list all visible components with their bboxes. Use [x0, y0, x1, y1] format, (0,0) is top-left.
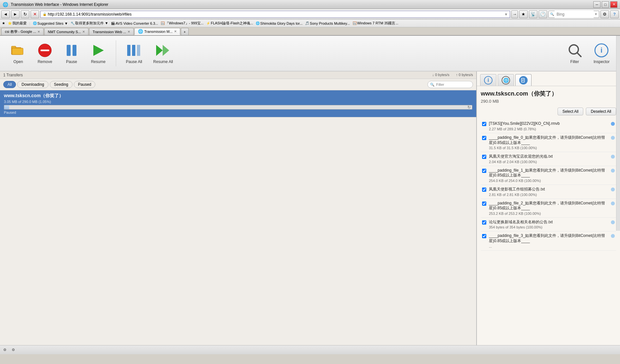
file-info-2: 凤凰天使官方淘宝店欢迎您的光临.txt 2.04 KB of 2.04 KB (…	[489, 154, 608, 164]
remove-label: Remove	[38, 59, 52, 64]
status-icons: ⚙	[3, 348, 7, 352]
up-speed: ↑ 0 bytes/s	[456, 73, 473, 77]
file-checkbox-1[interactable]	[482, 136, 486, 140]
pause-all-button[interactable]: Pause All	[122, 41, 146, 66]
browser-title: Transmission Web Interface - Windows Int…	[11, 2, 593, 7]
resume-label: Resume	[91, 59, 106, 64]
refresh-button[interactable]: ↻	[21, 10, 29, 18]
resume-button[interactable]: Resume	[87, 41, 110, 66]
filter-tab-paused[interactable]: Paused	[74, 81, 96, 88]
file-checkbox-2[interactable]	[482, 155, 486, 159]
tabs-bar: csi 教學 - Google ... ✕ NMT Community S...…	[0, 27, 620, 36]
file-checkbox-5[interactable]	[482, 202, 486, 206]
filter-tab-all[interactable]: All	[3, 81, 16, 88]
forward-button[interactable]: ►	[11, 10, 20, 18]
info-circle-icon: i	[484, 76, 492, 84]
inspector-icon: i	[594, 43, 609, 58]
inspector-tab-files[interactable]	[515, 74, 532, 86]
tab-transmission2[interactable]: 🌐 Transmission W... ✕	[134, 28, 180, 35]
file-size-1: 31.5 KB of 31.5 KB (100.00%)	[489, 146, 608, 150]
file-item-0: [TSKS][You.Smile][022V2][KO_CN].rmvb 2.2…	[481, 119, 616, 133]
fav-item-sony[interactable]: 🎵Sony Products Multikey...	[305, 21, 350, 25]
tab-csi[interactable]: csi 教學 - Google ... ✕	[1, 28, 44, 35]
file-name-2: 凤凰天使官方淘宝店欢迎您的光临.txt	[489, 154, 608, 159]
svg-line-11	[577, 53, 581, 57]
file-checkbox-6[interactable]	[482, 220, 486, 225]
tab-close-transmission2[interactable]: ✕	[174, 30, 177, 33]
file-priority-dot-3	[611, 169, 615, 173]
file-name-7: ____padding_file_3_如果您看到此文件，请升级到BitComet…	[489, 233, 608, 243]
file-item-7: ____padding_file_3_如果您看到此文件，请升级到BitComet…	[481, 231, 616, 250]
file-checkbox-0[interactable]	[482, 122, 486, 126]
pause-label: Pause	[66, 59, 77, 64]
fav-item-shimokita[interactable]: 🌐Shimokita Glory Days tor...	[256, 21, 303, 25]
fav-item-addons[interactable]: 🔧取得更多附加元件 ▼	[71, 21, 108, 26]
file-item-4: 凤凰天使影视工作组招募公告.txt 2.81 KB of 2.81 KB (10…	[481, 185, 616, 199]
status-bar: ⚙ ⚙	[0, 345, 620, 354]
torrent-item[interactable]: www.tskscn.com（你笑了） 3.05 MB of 290.0 MB …	[0, 90, 476, 117]
filter-tab-downloading[interactable]: Downloading	[17, 81, 48, 88]
fav-item-win7[interactable]: 🪟『Windows7』- 999宝...	[161, 21, 204, 26]
torrent-list: www.tskscn.com（你笑了） 3.05 MB of 290.0 MB …	[0, 90, 476, 345]
file-item-1: ____padding_file_0_如果您看到此文件，请升级到BitComet…	[481, 133, 616, 152]
file-list: [TSKS][You.Smile][022V2][KO_CN].rmvb 2.2…	[481, 119, 616, 250]
content-area: 1 Transfers ↓ 0 bytes/s ↑ 0 bytes/s All …	[0, 72, 620, 345]
filter-tab-seeding[interactable]: Seeding	[50, 81, 73, 88]
file-item-5: ____padding_file_2_如果您看到此文件，请升级到BitComet…	[481, 199, 616, 218]
scrollbar-track[interactable]	[616, 72, 620, 231]
tab-close-nmt[interactable]: ✕	[82, 30, 85, 33]
file-checkbox-4[interactable]	[482, 188, 486, 192]
fav-item-flash[interactable]: ⚡FLASH論壇-Flash之神魂...	[206, 21, 253, 26]
inspector-button[interactable]: i Inspector	[590, 41, 613, 66]
pause-all-icon	[126, 43, 142, 58]
open-button[interactable]: Open	[7, 41, 30, 66]
minimize-button[interactable]: ─	[593, 1, 600, 8]
filter-button[interactable]: Filter	[563, 41, 586, 66]
toolbar: Open Remove Pause	[0, 36, 620, 72]
new-tab-button[interactable]: +	[181, 28, 189, 35]
back-button[interactable]: ◄	[1, 10, 10, 18]
file-info-4: 凤凰天使影视工作组招募公告.txt 2.81 KB of 2.81 KB (10…	[489, 187, 608, 197]
tools-button[interactable]: ⚙	[600, 10, 609, 18]
file-priority-dot-5	[611, 202, 615, 205]
go-button[interactable]: →	[511, 10, 518, 18]
fav-item-suggested[interactable]: 🌐Suggested Sites ▼	[33, 21, 68, 25]
tab-transmission1[interactable]: Transmission Web ... ✕	[89, 28, 134, 35]
file-checkbox-3[interactable]	[482, 169, 486, 173]
pause-button[interactable]: Pause	[60, 41, 83, 66]
svg-rect-1	[11, 46, 16, 48]
file-size-5: 253.2 KB of 253.2 KB (100.00%)	[489, 212, 608, 215]
history-button[interactable]: 🕐	[539, 10, 547, 18]
select-all-button[interactable]: Select All	[558, 108, 583, 115]
close-button[interactable]: ✕	[610, 1, 617, 8]
search-input[interactable]	[555, 11, 594, 18]
svg-rect-8	[132, 45, 135, 56]
remove-button[interactable]: Remove	[33, 41, 57, 66]
file-item-6: 论坛更换新域名及相关名称的公告.txt 354 bytes of 354 byt…	[481, 218, 616, 232]
left-panel: 1 Transfers ↓ 0 bytes/s ↑ 0 bytes/s All …	[0, 72, 477, 345]
stop-button[interactable]: ✕	[31, 10, 39, 18]
filter-search-icon: 🔍	[430, 83, 435, 87]
inspector-tab-info[interactable]: i	[480, 74, 496, 86]
fav-item-myfav[interactable]: ⭐我的最愛	[8, 21, 27, 26]
tab-nmt[interactable]: NMT Community S... ✕	[44, 28, 88, 35]
feeds-button[interactable]: 📡	[529, 10, 537, 18]
help-button[interactable]: ?	[610, 10, 619, 18]
favorites-button[interactable]: ★	[519, 10, 528, 18]
file-size-4: 2.81 KB of 2.81 KB (100.00%)	[489, 193, 608, 197]
fav-item-avs[interactable]: 🎬AVS Video Converter 6.3...	[111, 21, 158, 25]
open-icon	[10, 43, 26, 58]
file-checkbox-7[interactable]	[482, 234, 486, 238]
inspector-tab-peers[interactable]: 🌐	[498, 74, 514, 86]
resume-all-button[interactable]: Resume All	[149, 41, 177, 66]
fav-item-win7rtm[interactable]: 🪟Windows 7 RTM 35國言...	[353, 21, 398, 26]
pause-icon	[64, 43, 79, 58]
tab-close-csi[interactable]: ✕	[37, 30, 40, 33]
address-input[interactable]	[48, 12, 504, 17]
file-priority-dot-2	[611, 155, 615, 159]
maximize-button[interactable]: □	[602, 1, 609, 8]
title-bar: 🌐 Transmission Web Interface - Windows I…	[0, 0, 620, 9]
tab-close-transmission1[interactable]: ✕	[128, 30, 130, 33]
deselect-all-button[interactable]: Deselect All	[586, 108, 616, 115]
transfer-count: 1 Transfers	[3, 73, 23, 77]
